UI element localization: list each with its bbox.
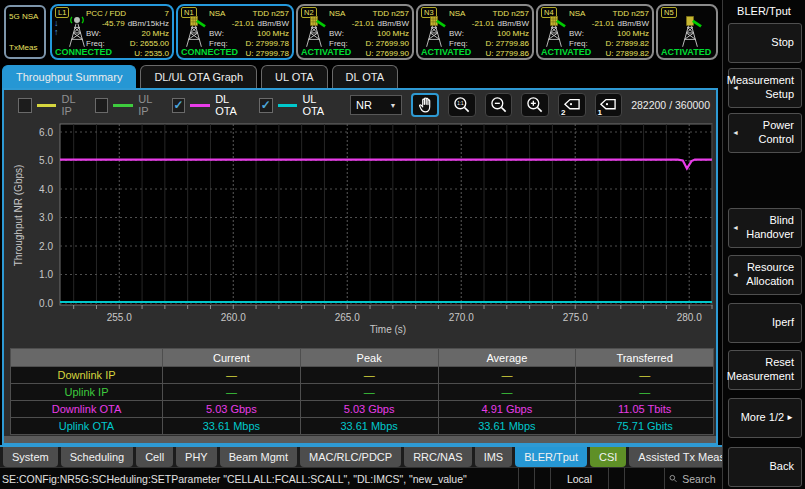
blind-handover-button[interactable]: ◄ Blind Handover <box>728 208 802 248</box>
cell-band: TDD n257 <box>253 9 289 19</box>
tab-dlul-ota-graph[interactable]: DL/UL OTA Graph <box>140 65 257 88</box>
throughput-chart[interactable]: 0.01.02.03.04.05.06.0255.0260.0265.0270.… <box>8 118 716 328</box>
nr-antenna-icon <box>182 15 206 49</box>
cell-connection-status: ACTIVATED <box>421 47 471 57</box>
submenu-arrow-icon: ◄ <box>732 224 739 233</box>
cell-tech: NSA <box>329 9 345 19</box>
bw-label: BW: <box>569 29 584 39</box>
cell-block-n5[interactable]: N5 ACTIVATED <box>656 4 718 60</box>
local-remote-indicator[interactable]: Local <box>550 468 608 489</box>
cell-block-n3[interactable]: N3 NSATDD n257 -21.01dBm/BW BW:100 MHz F… <box>416 4 534 60</box>
cell-transferred: — <box>576 384 714 401</box>
submenu-arrow-icon: ◄ <box>732 84 739 93</box>
cell-connection-status: CONNECTED <box>181 47 238 57</box>
view-tab-bar: Throughput Summary DL/UL OTA Graph UL OT… <box>2 64 402 88</box>
bw-label: BW: <box>449 29 464 39</box>
status-cell-2 <box>534 468 550 489</box>
tab-phy[interactable]: PHY <box>176 447 217 467</box>
dl-freq: D: 27899.82 <box>605 39 649 49</box>
zoom-one-to-one-button[interactable]: 1:1 <box>448 93 476 117</box>
tab-csi[interactable]: CSI <box>590 447 626 467</box>
softkey-sidebar: BLER/Tput Stop ◄ Measurement Setup ◄ Pow… <box>722 0 805 489</box>
tab-cell[interactable]: Cell <box>136 447 173 467</box>
x-tick-label: 255.0 <box>107 312 132 323</box>
cell-band: TDD n257 <box>493 9 529 19</box>
marker-2-button[interactable]: 2 <box>558 93 586 117</box>
cell-block-n2[interactable]: N2 NSATDD n257 -21.01dBm/BW BW:100 MHz F… <box>296 4 414 60</box>
tab-ims[interactable]: IMS <box>475 447 513 467</box>
col-header-current: Current <box>163 349 301 367</box>
x-tick-label: 275.0 <box>563 312 588 323</box>
tab-ul-ota[interactable]: UL OTA <box>261 65 328 88</box>
tab-beam-mgmt[interactable]: Beam Mgmt <box>220 447 297 467</box>
tab-assisted-tx-meas[interactable]: Assisted Tx Meas <box>629 447 734 467</box>
x-tick-label: 270.0 <box>449 312 474 323</box>
dl-ota-checkbox[interactable]: ✓ <box>172 98 186 113</box>
stop-button[interactable]: Stop <box>728 23 802 63</box>
cell-transferred: 75.71 Gbits <box>576 418 714 435</box>
cell-current: — <box>163 367 301 384</box>
legend-label: UL IP <box>138 93 162 117</box>
zoom-one-to-one-icon: 1:1 <box>452 95 472 115</box>
search-box[interactable] <box>664 468 722 489</box>
y-tick-label: 0.0 <box>39 298 53 309</box>
power-control-button[interactable]: ◄ Power Control <box>728 113 802 153</box>
status-cell-1 <box>518 468 534 489</box>
cell-current: 33.61 Mbps <box>163 418 301 435</box>
ul-freq: U: 27999.78 <box>245 49 289 59</box>
measurement-setup-button[interactable]: ◄ Measurement Setup <box>728 68 802 108</box>
resource-allocation-button[interactable]: ◄ Resource Allocation <box>728 255 802 295</box>
cell-current: — <box>163 384 301 401</box>
nr-antenna-icon <box>302 15 326 49</box>
ul-ip-checkbox[interactable] <box>95 98 109 113</box>
cell-block-n4[interactable]: N4 NSATDD n257 -21.01dBm/BW BW:100 MHz F… <box>536 4 654 60</box>
pan-hand-button[interactable] <box>411 93 439 117</box>
cell-power-unit: dBm/BW <box>257 19 289 29</box>
legend-item-dl-ota: ✓ DL OTA <box>172 93 250 117</box>
dl-ip-checkbox[interactable] <box>18 98 32 113</box>
dl-ip-swatch <box>37 104 57 107</box>
x-tick-label: 280.0 <box>677 312 702 323</box>
tab-mac-rlc-pdcp[interactable]: MAC/RLC/PDCP <box>300 447 401 467</box>
status-cell-3 <box>608 468 624 489</box>
cell-tech: NSA <box>569 9 585 19</box>
system-mode-panel[interactable]: 5G NSA TxMeas <box>4 5 46 59</box>
chart-area: 0.01.02.03.04.05.06.0255.0260.0265.0270.… <box>8 118 716 328</box>
col-header-blank <box>11 349 163 367</box>
marker-1-button[interactable]: 1 <box>595 93 623 117</box>
iperf-button[interactable]: Iperf <box>728 303 802 343</box>
legend-label: UL OTA <box>302 93 337 117</box>
bw-label: BW: <box>209 29 224 39</box>
legend-item-ul-ip: UL IP <box>95 93 163 117</box>
zoom-out-button[interactable] <box>485 93 513 117</box>
table-row-uplink-ota: Uplink OTA 33.61 Mbps 33.61 Mbps 33.61 M… <box>11 418 714 435</box>
nr-antenna-icon <box>422 15 446 49</box>
tab-bler-tput[interactable]: BLER/Tput <box>515 447 587 467</box>
horizontal-scrollbar[interactable] <box>4 436 716 443</box>
throughput-summary-window: DL IP UL IP ✓ DL OTA ✓ UL OTA NR ▼ <box>2 88 718 445</box>
ul-ota-checkbox[interactable]: ✓ <box>259 98 273 113</box>
zoom-in-button[interactable] <box>521 93 549 117</box>
table-row-uplink-ip: Uplink IP — — — — <box>11 384 714 401</box>
tab-throughput-summary[interactable]: Throughput Summary <box>2 65 136 88</box>
cell-current: 5.03 Gbps <box>163 401 301 418</box>
search-input[interactable] <box>680 472 718 486</box>
more-arrow-icon: ► <box>786 413 794 423</box>
cell-block-l1[interactable]: L1 ↓↑ PCC / FDD7 -45.79dBm/15kHz BW:20 M… <box>50 4 174 60</box>
search-icon <box>669 473 677 484</box>
legend-toolbar-row: DL IP UL IP ✓ DL OTA ✓ UL OTA NR ▼ <box>18 93 710 117</box>
back-button[interactable]: Back <box>728 447 802 487</box>
plot-area[interactable] <box>60 124 712 305</box>
table-header-row: Current Peak Average Transferred <box>11 349 714 367</box>
button-label: Resource Allocation <box>740 261 794 289</box>
tab-system[interactable]: System <box>3 447 58 467</box>
more-pages-button[interactable]: More 1/2 ► <box>728 398 802 438</box>
cell-power: -21.01 <box>352 19 375 29</box>
cell-badge: N5 <box>661 7 677 18</box>
tab-dl-ota[interactable]: DL OTA <box>332 65 399 88</box>
cell-block-n1[interactable]: N1 NSATDD n257 -21.01dBm/BW BW:100 MHz F… <box>176 4 294 60</box>
tab-rrc-nas[interactable]: RRC/NAS <box>404 447 472 467</box>
tab-scheduling[interactable]: Scheduling <box>61 447 133 467</box>
reset-measurement-button[interactable]: Reset Measurement <box>728 350 802 390</box>
layer-select-dropdown[interactable]: NR ▼ <box>350 95 402 115</box>
